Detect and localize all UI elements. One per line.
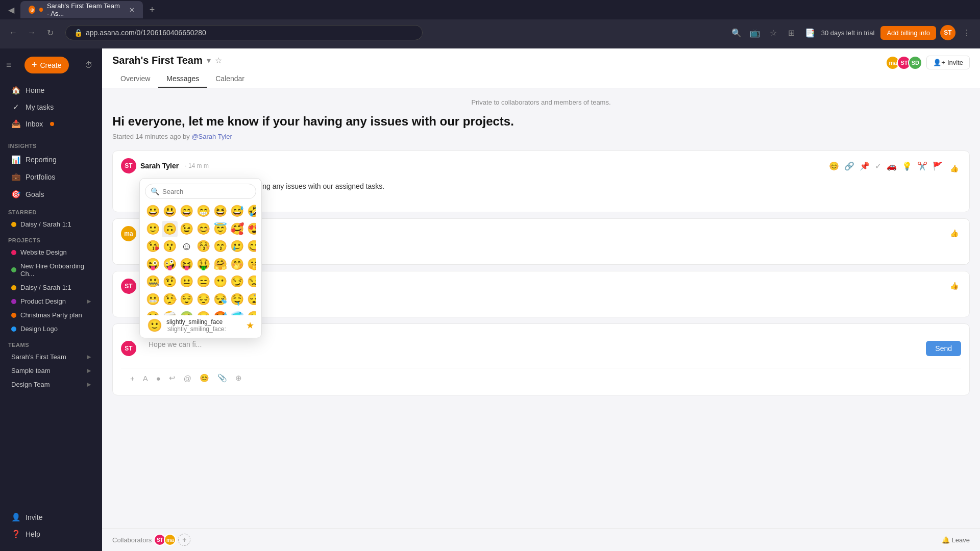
tab-calendar[interactable]: Calendar <box>207 70 253 88</box>
team-star-icon[interactable]: ☆ <box>215 56 222 65</box>
emoji-18[interactable]: ☺️ <box>179 238 194 255</box>
emoji-32[interactable]: 🤐 <box>145 273 161 290</box>
active-tab[interactable]: ⊕ Sarah's First Team Team - As... ✕ <box>20 1 143 18</box>
emoji-29[interactable]: 🤭 <box>229 256 245 273</box>
cast-icon[interactable]: 📺 <box>748 26 762 40</box>
tab-overview[interactable]: Overview <box>112 70 158 88</box>
flag-react-icon[interactable]: 🚩 <box>930 160 945 172</box>
emoji-4[interactable]: 😁 <box>195 203 211 220</box>
emoji-25[interactable]: 🤪 <box>162 256 178 273</box>
search-icon[interactable]: 🔍 <box>729 26 744 40</box>
sidebar-item-daisy-sarah-starred[interactable]: Daisy / Sarah 1:1 <box>3 218 99 231</box>
reply-tool-text[interactable]: A <box>140 372 151 385</box>
emoji-search-input[interactable] <box>162 188 251 195</box>
billing-button[interactable]: Add billing info <box>880 26 936 40</box>
link-react-icon[interactable]: 🔗 <box>842 160 856 172</box>
sidebar-item-daisy-sarah[interactable]: Daisy / Sarah 1:1 <box>3 281 99 294</box>
sidebar-item-design-logo[interactable]: Design Logo <box>3 322 99 335</box>
bulb-react-icon[interactable]: 💡 <box>900 160 914 172</box>
reply-tool-mention[interactable]: @ <box>181 372 194 385</box>
leave-button[interactable]: 🔔 Leave <box>942 536 970 544</box>
sidebar-item-product-design[interactable]: Product Design ▶ <box>3 295 99 308</box>
reply-tool-plus[interactable]: + <box>127 372 138 385</box>
emoji-38[interactable]: 😒 <box>246 273 256 290</box>
user-avatar[interactable]: ST <box>940 25 955 40</box>
refresh-btn[interactable]: ↻ <box>43 26 57 40</box>
tab-close-btn[interactable]: ✕ <box>129 6 135 14</box>
car-react-icon[interactable]: 🚗 <box>885 160 899 172</box>
reply-tool-bullet[interactable]: ● <box>153 372 164 385</box>
emoji-20[interactable]: 😙 <box>212 238 228 255</box>
send-button[interactable]: Send <box>926 341 961 356</box>
sidebar-item-sarahs-first-team[interactable]: Sarah's First Team ▶ <box>3 350 99 363</box>
emoji-37[interactable]: 😏 <box>229 273 245 290</box>
scissors-react-icon[interactable]: ✂️ <box>915 160 929 172</box>
goal-icon[interactable]: ⏱ <box>82 58 96 72</box>
emoji-react-icon[interactable]: 😊 <box>827 160 841 172</box>
emoji-14[interactable]: 😍 <box>246 221 256 238</box>
emoji-9[interactable]: 🙂 <box>145 221 161 238</box>
sidebar-menu-icon[interactable]: ≡ <box>6 60 12 70</box>
forward-btn[interactable]: → <box>24 26 39 40</box>
emoji-43[interactable]: 😔 <box>195 291 211 308</box>
emoji-21[interactable]: 🥲 <box>229 238 245 255</box>
add-collaborator-btn[interactable]: + <box>178 534 190 546</box>
team-dropdown-icon[interactable]: ▾ <box>207 56 211 65</box>
emoji-10[interactable]: 😉 <box>179 221 194 238</box>
bookmark-star-icon[interactable]: ☆ <box>766 26 780 40</box>
tab-messages[interactable]: Messages <box>158 70 207 88</box>
sidebar-item-mytasks[interactable]: ✓ My tasks <box>3 99 99 115</box>
sidebar-item-portfolios[interactable]: 💼 Portfolios <box>3 169 99 185</box>
emoji-12[interactable]: 😇 <box>212 221 228 238</box>
emoji-13[interactable]: 🥰 <box>229 221 245 238</box>
reply-tool-emoji[interactable]: 😊 <box>197 371 212 385</box>
emoji-42[interactable]: 😌 <box>179 291 194 308</box>
emoji-53[interactable]: 🥶 <box>229 309 245 315</box>
create-button[interactable]: + Create <box>24 57 69 73</box>
emoji-27[interactable]: 🤑 <box>195 256 211 273</box>
emoji-48[interactable]: 🤒 <box>145 309 161 315</box>
emoji-3[interactable]: 😄 <box>179 203 194 220</box>
sidebar-item-design-team[interactable]: Design Team ▶ <box>3 378 99 391</box>
emoji-1[interactable]: 😀 <box>145 203 161 220</box>
emoji-2[interactable]: 😃 <box>162 203 178 220</box>
thumbs-up-btn-2[interactable]: 👍 <box>947 226 961 240</box>
emoji-40[interactable]: 😬 <box>145 291 161 308</box>
new-tab-btn[interactable]: + <box>145 3 159 17</box>
emoji-51[interactable]: 🤧 <box>195 309 211 315</box>
sidebar-item-sample-team[interactable]: Sample team ▶ <box>3 364 99 377</box>
sidebar-item-reporting[interactable]: 📊 Reporting <box>3 152 99 168</box>
bookmarks-icon[interactable]: 📑 <box>803 26 817 40</box>
emoji-52[interactable]: 🥵 <box>212 309 228 315</box>
emoji-22[interactable]: 😋 <box>246 238 256 255</box>
emoji-16[interactable]: 😘 <box>145 238 161 255</box>
thumbs-up-btn-3[interactable]: 👍 <box>947 279 961 293</box>
emoji-6[interactable]: 😅 <box>229 203 245 220</box>
reply-tool-undo[interactable]: ↩ <box>166 371 179 385</box>
emoji-49[interactable]: 🤕 <box>162 309 178 315</box>
back-btn[interactable]: ← <box>6 26 20 40</box>
address-bar[interactable]: 🔒 app.asana.com/0/1206160406650280 <box>65 25 423 40</box>
sidebar-item-new-hire[interactable]: New Hire Onboarding Ch... <box>3 260 99 280</box>
emoji-45[interactable]: 🤤 <box>229 291 245 308</box>
message-author[interactable]: @Sarah Tyler <box>191 133 232 140</box>
check-react-icon[interactable]: ✓ <box>873 160 884 172</box>
reply-tool-attach[interactable]: 📎 <box>214 371 230 385</box>
thumbs-up-btn-1[interactable]: 👍 <box>947 161 961 176</box>
emoji-19[interactable]: 😚 <box>195 238 211 255</box>
emoji-50[interactable]: 🤢 <box>179 309 194 315</box>
emoji-28[interactable]: 🤗 <box>212 256 228 273</box>
browser-menu-icon[interactable]: ⋮ <box>960 26 974 40</box>
sidebar-item-website-design[interactable]: Website Design <box>3 246 99 259</box>
emoji-26[interactable]: 😝 <box>179 256 194 273</box>
sidebar-item-christmas-party[interactable]: Christmas Party plan <box>3 309 99 321</box>
emoji-30[interactable]: 🤫 <box>246 256 256 273</box>
sidebar-item-goals[interactable]: 🎯 Goals <box>3 186 99 203</box>
tabs-back-btn[interactable]: ◀ <box>4 3 18 17</box>
emoji-34[interactable]: 😐 <box>179 273 194 290</box>
emoji-7[interactable]: 🤣 <box>246 203 256 220</box>
emoji-54[interactable]: 🥴 <box>246 309 256 315</box>
emoji-33[interactable]: 🤨 <box>162 273 178 290</box>
help-btn[interactable]: ❓ Help <box>3 526 99 542</box>
invite-button[interactable]: 👤+ Invite <box>926 56 970 69</box>
